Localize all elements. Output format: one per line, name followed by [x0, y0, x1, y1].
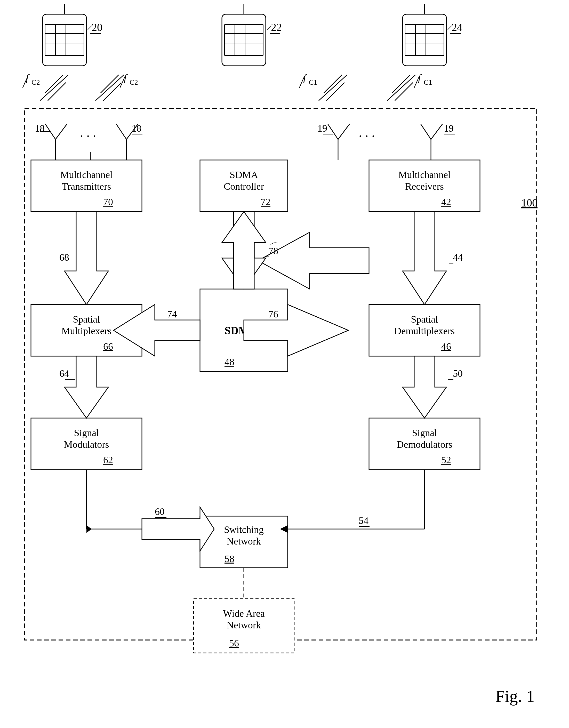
dots-left: . . . [80, 125, 96, 140]
svg-line-39 [101, 75, 119, 93]
ref-54: 54 [359, 515, 368, 526]
freq-c1-left-sub: C1 [309, 78, 317, 86]
svg-line-37 [40, 75, 68, 101]
fig-label: Fig. 1 [495, 687, 535, 706]
label-controller: Controller [224, 181, 264, 192]
label-wide-area: Wide Area [223, 608, 265, 619]
ref-72: 72 [261, 196, 270, 207]
svg-line-23 [267, 26, 271, 30]
label-demultiplexers: Demultiplexers [394, 325, 455, 336]
svg-line-45 [319, 75, 347, 101]
freq-c2-left: f [26, 73, 30, 83]
svg-line-49 [387, 75, 415, 101]
label-sdma: SDMA [230, 169, 258, 180]
ref-46: 46 [441, 341, 451, 352]
ref-20: 20 [92, 21, 102, 33]
ref-68: 68 [59, 252, 69, 263]
ref-60: 60 [155, 506, 165, 517]
label-multichannel-receivers: Multichannel [398, 169, 451, 180]
ref-50: 50 [453, 368, 463, 379]
label-spatial-demult: Spatial [411, 314, 438, 325]
ref-24: 24 [452, 21, 462, 33]
ref-18-left: 18 [35, 123, 45, 134]
label-transmitters: Transmitters [62, 181, 111, 192]
label-modulators: Modulators [64, 439, 109, 450]
label-multiplexers: Multiplexers [61, 325, 111, 336]
ref-74: 74 [167, 309, 177, 319]
ref-66: 66 [103, 341, 113, 352]
ref-52: 52 [441, 454, 451, 465]
ref-76: 76 [268, 309, 278, 319]
label-signal-demod: Signal [412, 427, 437, 438]
ref-56: 56 [229, 638, 239, 649]
label-network-wan: Network [227, 620, 261, 630]
ref-44: 44 [453, 252, 463, 263]
freq-c2-right-sub: C2 [130, 78, 138, 86]
ref-18-right: 18 [132, 123, 141, 134]
ref-70: 70 [103, 196, 113, 207]
svg-line-34 [448, 26, 452, 30]
svg-line-41 [95, 75, 124, 101]
freq-c1-right-sub: C1 [424, 78, 432, 86]
label-multichannel-transmitters: Multichannel [60, 169, 113, 180]
ref-100: 100 [521, 197, 538, 209]
ref-22: 22 [271, 21, 282, 33]
svg-line-35 [45, 75, 63, 93]
label-network: Network [227, 536, 261, 547]
phone-24 [403, 14, 446, 66]
label-receivers: Receivers [405, 181, 444, 192]
diagram-container: 20 22 24 f C2 f C2 f C1 [0, 0, 569, 728]
freq-c2-left-sub: C2 [31, 78, 40, 86]
svg-line-43 [324, 75, 342, 93]
label-switching: Switching [224, 524, 264, 535]
ref-42: 42 [441, 196, 451, 207]
ref-58: 58 [225, 553, 234, 564]
dots-right: . . . [359, 125, 375, 140]
label-spatial-mult: Spatial [73, 314, 100, 325]
svg-line-12 [88, 26, 92, 30]
ref-62: 62 [103, 454, 113, 465]
ref-48: 48 [225, 356, 234, 367]
ref-19-right: 19 [444, 123, 454, 134]
svg-line-47 [392, 75, 410, 93]
ref-64: 64 [59, 368, 69, 379]
label-demodulators: Demodulators [397, 439, 452, 450]
label-signal-mod: Signal [74, 427, 99, 438]
ref-19-left: 19 [317, 123, 327, 134]
phone-20 [43, 14, 86, 66]
phone-22 [222, 14, 266, 66]
